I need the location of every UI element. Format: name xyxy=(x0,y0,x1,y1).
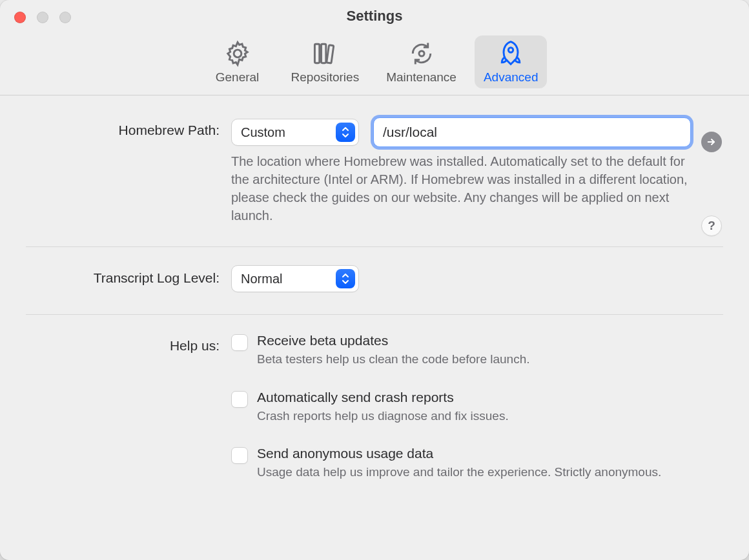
tab-repositories[interactable]: Repositories xyxy=(282,35,369,88)
usage-data-checkbox[interactable] xyxy=(231,447,248,464)
transcript-log-level-label: Transcript Log Level: xyxy=(26,265,220,286)
homebrew-path-select[interactable]: Custom xyxy=(231,119,359,146)
crash-reports-option: Automatically send crash reports Crash r… xyxy=(231,390,723,427)
crash-reports-checkbox[interactable] xyxy=(231,391,248,408)
homebrew-path-input[interactable] xyxy=(373,117,691,147)
checkbox-description: Crash reports help us diagnose and fix i… xyxy=(257,408,509,425)
traffic-lights xyxy=(14,12,71,23)
tab-label: Maintenance xyxy=(386,70,457,85)
refresh-gear-icon xyxy=(407,39,436,68)
usage-data-option: Send anonymous usage data Usage data hel… xyxy=(231,446,723,483)
titlebar: Settings xyxy=(0,0,749,32)
checkbox-label: Automatically send crash reports xyxy=(257,390,509,405)
section-divider xyxy=(26,314,723,315)
help-button[interactable]: ? xyxy=(701,215,722,236)
transcript-log-level-row: Transcript Log Level: Normal xyxy=(26,265,723,292)
window-title: Settings xyxy=(347,8,403,25)
select-value: Custom xyxy=(241,125,285,140)
svg-point-5 xyxy=(418,51,424,56)
chevron-up-down-icon xyxy=(336,269,355,288)
svg-rect-2 xyxy=(322,44,326,63)
tab-label: Repositories xyxy=(291,70,360,85)
checkbox-label: Send anonymous usage data xyxy=(257,446,661,461)
svg-point-6 xyxy=(509,48,513,52)
tab-maintenance[interactable]: Maintenance xyxy=(377,35,466,88)
gear-icon xyxy=(223,39,252,68)
help-us-row: Help us: Receive beta updates Beta teste… xyxy=(26,333,723,483)
tab-advanced[interactable]: Advanced xyxy=(475,35,548,88)
beta-updates-checkbox[interactable] xyxy=(231,334,248,351)
tab-label: General xyxy=(216,70,260,85)
rocket-icon xyxy=(497,39,525,68)
close-window-button[interactable] xyxy=(14,12,26,23)
tab-label: Advanced xyxy=(484,70,539,85)
homebrew-path-label: Homebrew Path: xyxy=(26,117,220,138)
chevron-up-down-icon xyxy=(336,123,355,142)
content-area: Homebrew Path: Custom The location where… xyxy=(0,95,749,509)
minimize-window-button[interactable] xyxy=(37,12,48,23)
zoom-window-button[interactable] xyxy=(59,12,71,23)
checkbox-description: Beta testers help us clean the code befo… xyxy=(257,351,530,368)
svg-point-0 xyxy=(234,50,241,57)
settings-window: Settings General Repositories xyxy=(0,0,749,560)
section-divider xyxy=(26,246,723,247)
svg-rect-3 xyxy=(327,45,334,63)
apply-path-button[interactable] xyxy=(701,132,722,152)
help-icon: ? xyxy=(708,219,715,233)
select-value: Normal xyxy=(241,272,282,286)
homebrew-path-description: The location where Homebrew was installe… xyxy=(231,152,696,225)
tab-general[interactable]: General xyxy=(202,35,273,88)
books-icon xyxy=(311,39,339,68)
checkbox-description: Usage data help us improve and tailor th… xyxy=(257,464,661,481)
checkbox-label: Receive beta updates xyxy=(257,333,530,348)
transcript-log-level-select[interactable]: Normal xyxy=(231,265,359,292)
homebrew-path-row: Homebrew Path: Custom The location where… xyxy=(26,117,723,225)
preferences-toolbar: General Repositories xyxy=(0,32,749,95)
svg-rect-1 xyxy=(315,44,320,63)
beta-updates-option: Receive beta updates Beta testers help u… xyxy=(231,333,723,370)
help-us-label: Help us: xyxy=(26,333,220,354)
